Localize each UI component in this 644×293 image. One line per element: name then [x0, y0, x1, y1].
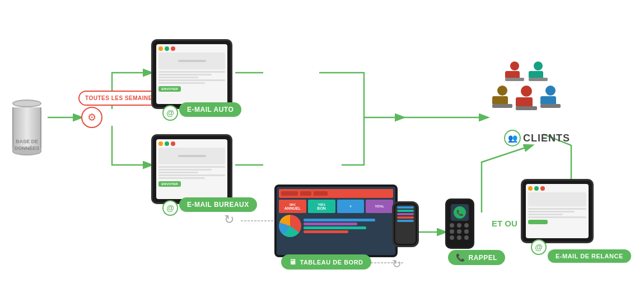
sync-icon-right: ↻ — [392, 257, 402, 271]
database-label: BASE DE DONNÉES — [6, 139, 48, 152]
email-auto-badge: E-MAIL AUTO — [179, 102, 241, 117]
gear-badge: ⚙ — [81, 107, 102, 128]
email-bureaux-tablet: ENVOYER — [151, 134, 232, 204]
phone-device — [392, 201, 419, 247]
person-icon — [505, 62, 524, 81]
email-relance-badge: E-MAIL DE RELANCE — [548, 249, 631, 263]
person-icon — [540, 86, 561, 110]
at-icon-email-bureaux: @ — [162, 200, 178, 216]
clients-badge-area: 👥 CLIENTS — [504, 130, 570, 146]
email-auto-tablet: ENVOYER — [151, 39, 232, 109]
at-icon-email-auto: @ — [162, 105, 178, 121]
clients-label: CLIENTS — [523, 133, 570, 144]
person-icon — [492, 86, 512, 110]
email-relance-tablet — [521, 179, 594, 243]
rappel-phone: 📞 — [445, 199, 474, 249]
tableau-de-bord-badge: 🖥 TABLEAU DE BORD — [281, 254, 371, 270]
sync-icon-left: ↻ — [224, 212, 234, 227]
diagram: BASE DE DONNÉES ⚙ TOUTES LES SEMAINES EN… — [0, 0, 644, 293]
email-bureaux-badge: E-MAIL BUREAUX — [179, 197, 257, 212]
at-icon-email-relance: @ — [531, 239, 547, 255]
rappel-badge: 📞 RAPPEL — [448, 250, 505, 265]
toutes-les-semaines-badge: TOUTES LES SEMAINES — [78, 91, 163, 106]
person-icon — [529, 62, 548, 81]
clients-group — [493, 62, 560, 110]
person-icon — [516, 86, 537, 110]
et-ou-label: ET OU — [492, 218, 517, 229]
